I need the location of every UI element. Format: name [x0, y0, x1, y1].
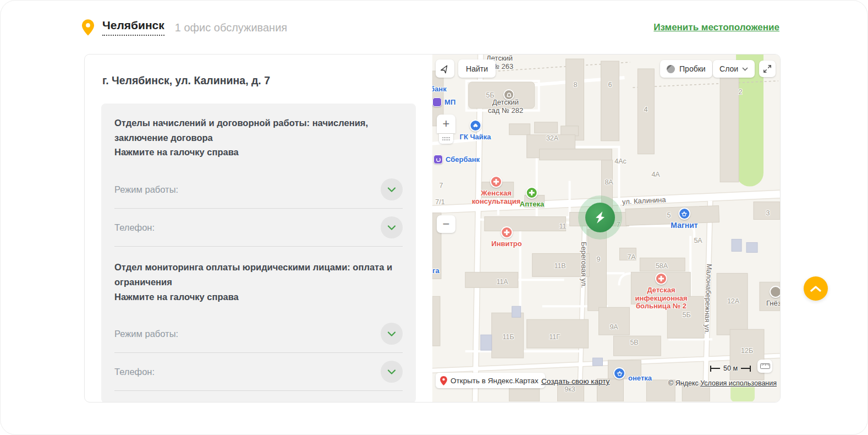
house-number: 5В — [630, 339, 638, 346]
create-own-map-link[interactable]: Создать свою карту — [541, 377, 609, 385]
zoom-out-button[interactable]: − — [437, 215, 455, 233]
map-canvas[interactable] — [432, 55, 780, 401]
yandex-map[interactable]: ул. Калинина Береговая ул. Малонабережна… — [432, 55, 780, 402]
sberbank-icon — [433, 155, 443, 164]
map-poi[interactable]: онетка — [613, 366, 652, 382]
change-location-link[interactable]: Изменить местоположение — [653, 22, 779, 33]
location-pin-icon — [82, 19, 94, 36]
zoom-in-button[interactable]: + — [437, 115, 455, 133]
house-number: 9 — [597, 255, 601, 263]
terms-of-use-link[interactable]: Условия использования — [700, 379, 777, 387]
map-search-button[interactable]: Найти — [458, 59, 496, 78]
building-icon — [432, 97, 442, 107]
map-poi[interactable]: Детский сад № 282 — [488, 99, 523, 115]
expand-schedule-button[interactable] — [381, 323, 403, 345]
pharmacy-plus-icon — [526, 187, 538, 199]
locate-arrow-icon — [440, 64, 450, 74]
section-hint: Нажмите на галочку справа — [114, 290, 403, 304]
row-label: Телефон: — [114, 367, 155, 377]
house-number: 4Ас — [614, 157, 627, 165]
house-number: 11В — [554, 262, 565, 270]
map-poi[interactable]: ГК Чайка — [460, 119, 491, 142]
house-number: 11Б — [502, 333, 514, 341]
expand-phone-button[interactable] — [381, 361, 403, 383]
open-in-yandex-maps-button[interactable]: Открыть в Яндекс.Картах — [436, 373, 545, 388]
house-number: 9к3 — [564, 385, 575, 393]
row-label: Режим работы: — [114, 329, 178, 339]
office-panel: г. Челябинск, ул. Калинина, д. 7 Отделы … — [85, 55, 432, 402]
expand-schedule-button[interactable] — [381, 178, 403, 200]
map-poi[interactable]: Женская консультация — [464, 176, 529, 205]
house-number: 5А — [694, 237, 702, 244]
house-number: 7 — [617, 221, 620, 229]
house-number: 11А — [496, 278, 508, 286]
ruler-tool-button[interactable] — [439, 134, 453, 144]
yandex-pin-icon — [440, 376, 447, 385]
measure-ruler-button[interactable] — [757, 360, 772, 373]
house-number: 7/1 — [435, 198, 444, 206]
house-number: 3 — [766, 209, 770, 217]
page: Челябинск 1 офис обслуживания Изменить м… — [0, 0, 868, 435]
traffic-light-icon — [667, 65, 675, 73]
medical-cross-icon — [490, 176, 502, 188]
house-number: 5Б — [682, 311, 690, 319]
house-number: 2 — [739, 88, 743, 96]
row-label: Телефон: — [114, 222, 155, 233]
medical-cross-icon — [501, 226, 513, 238]
geolocation-button[interactable] — [436, 59, 454, 78]
office-card: г. Челябинск, ул. Калинина, д. 7 Отделы … — [84, 54, 781, 403]
section-description: Отделы начислений и договорной работы: н… — [114, 116, 403, 145]
map-poi[interactable]: га — [432, 267, 440, 275]
house-number: 12Б — [741, 347, 753, 355]
map-attribution: © Яндекс Условия использования — [668, 379, 777, 387]
chevron-down-icon — [387, 225, 396, 230]
location-header: Челябинск 1 офис обслуживания Изменить м… — [82, 16, 779, 39]
kindergarten-icon — [503, 89, 514, 100]
house-number: 12А — [727, 297, 739, 305]
map-poi[interactable]: МП — [432, 97, 455, 107]
house-number: 11 — [559, 222, 567, 230]
ruler-dots-icon — [442, 137, 451, 141]
house-number: 4 — [644, 106, 648, 113]
house-number: 7 — [440, 182, 443, 189]
house-number: 7А — [627, 253, 635, 261]
offices-count: 1 офис обслуживания — [175, 21, 287, 34]
house-number: 6 — [608, 81, 612, 89]
chevron-up-icon — [810, 286, 821, 292]
accordion-row-schedule[interactable]: Режим работы: — [114, 315, 403, 353]
traffic-toggle-button[interactable]: Пробки — [660, 60, 712, 78]
map-poi[interactable]: банк — [432, 85, 447, 93]
basket-icon — [678, 208, 690, 220]
house-number: 4А — [651, 171, 660, 178]
layers-dropdown[interactable]: Слои — [713, 60, 755, 78]
fullscreen-button[interactable] — [759, 61, 776, 77]
poi-icon — [770, 286, 780, 298]
street-label: Береговая ул. — [580, 242, 588, 288]
map-poi[interactable]: Гнёзд — [766, 286, 780, 308]
medical-cross-icon — [655, 273, 667, 285]
map-poi[interactable]: Магнит — [671, 208, 697, 230]
house-number: 11Г — [549, 333, 560, 341]
accordion-row-phone[interactable]: Телефон: — [114, 353, 403, 391]
section-hint: Нажмите на галочку справа — [114, 145, 403, 160]
city-selector[interactable]: Челябинск — [102, 19, 164, 36]
map-poi[interactable]: Детская инфекционная больница № 2 — [627, 273, 695, 311]
expand-phone-button[interactable] — [381, 216, 403, 238]
map-poi[interactable]: Сбербанк — [433, 155, 480, 164]
accordion-row-phone[interactable]: Телефон: — [114, 209, 403, 247]
office-address: г. Челябинск, ул. Калинина, д. 7 — [102, 74, 416, 87]
map-poi[interactable]: Инвитро — [491, 226, 521, 248]
accordion-row-schedule[interactable]: Режим работы: — [114, 171, 403, 209]
chevron-down-icon — [387, 369, 396, 374]
map-poi[interactable]: Аптека — [520, 187, 545, 209]
scroll-to-top-button[interactable] — [804, 276, 828, 301]
basket-icon — [613, 367, 625, 379]
office-info-box: Отделы начислений и договорной работы: н… — [101, 104, 416, 403]
ruler-icon — [760, 363, 770, 369]
house-number: 8А — [605, 178, 613, 186]
row-label: Режим работы: — [114, 184, 178, 195]
chevron-down-icon — [742, 67, 748, 71]
section-2: Отдел мониторинга оплаты юридическими ли… — [114, 260, 403, 304]
house-number: 58А — [656, 262, 668, 270]
expand-arrows-icon — [763, 64, 772, 73]
